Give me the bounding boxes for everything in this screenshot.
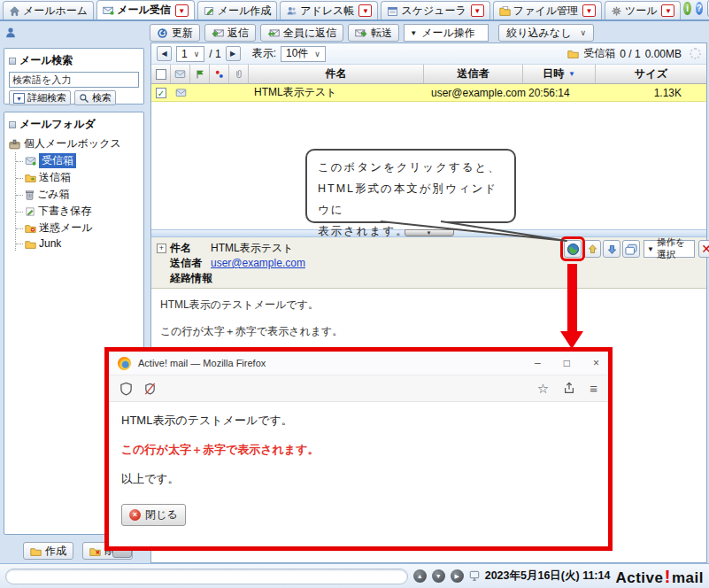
filter-select[interactable]: 絞り込みなし ∨ (498, 24, 594, 42)
tab-dropdown-icon[interactable]: ▼ (471, 4, 484, 17)
close-window-button[interactable]: × 閉じる (121, 504, 186, 526)
mail-operation-select[interactable]: ▼ メール操作 (404, 24, 489, 42)
annotation-callout: このボタンをクリックすると、 HTML形式の本文が別ウィンドウに 表示されます。 (305, 149, 516, 223)
tab-dropdown-icon[interactable]: ▼ (175, 4, 189, 17)
shield-disabled-icon[interactable] (143, 382, 157, 396)
mail-toolbar: 更新 返信 全員に返信 転送 ▼ メール操作 絞り込みなし ∨ (0, 23, 709, 43)
advanced-search-button[interactable]: ▼ 詳細検索 (9, 90, 71, 105)
tab-dropdown-icon[interactable]: ▼ (582, 4, 596, 17)
spam-folder-icon (25, 223, 36, 233)
caret-down-icon: ▼ (410, 29, 417, 37)
firefox-toolbar-right: ☆ ≡ (537, 381, 597, 397)
preview-route-label: 経路情報 (170, 271, 223, 286)
size-column-header[interactable]: サイズ (596, 65, 706, 83)
tab-dropdown-icon[interactable]: ▼ (358, 4, 372, 17)
tab-tools[interactable]: ツール ▼ (605, 1, 682, 19)
attachment-column-header[interactable] (229, 65, 249, 83)
row-checkbox-cell: ✓ (151, 84, 171, 101)
bookmark-star-icon[interactable]: ☆ (537, 381, 549, 397)
shield-icon[interactable] (119, 382, 133, 396)
tab-file-manager[interactable]: ファイル管理 ▼ (493, 1, 602, 19)
flag-column-header[interactable] (190, 65, 210, 83)
priority-column-header[interactable] (210, 65, 229, 83)
callout-line: HTML形式の本文が別ウィンドウに (318, 178, 504, 220)
tab-mail-receive[interactable]: メール受信 ▼ (96, 0, 195, 19)
nav-next-icon[interactable]: ▶ (451, 569, 464, 583)
help-icon[interactable]: ? (696, 2, 703, 15)
search-input[interactable] (9, 72, 139, 88)
mailbox-root[interactable]: 個人メールボックス (9, 135, 139, 152)
mail-list-header: 件名 送信者 日時 ▼ サイズ (151, 65, 706, 84)
folder-tree: 受信箱 送信箱 ごみ箱 下書き保存 迷惑メール Junk (15, 152, 139, 251)
sidebar-folder-trash[interactable]: ごみ箱 (16, 186, 139, 203)
tab-scheduler[interactable]: スケジューラ ▼ (381, 1, 489, 19)
close-icon[interactable]: × (593, 357, 599, 369)
row-priority-cell (210, 84, 229, 101)
refresh-icon (157, 27, 168, 39)
tab-dropdown-icon[interactable]: ▼ (661, 4, 674, 17)
per-page-select[interactable]: 10件 ∨ (281, 46, 326, 62)
expand-headers-icon[interactable]: + (157, 244, 166, 253)
mail-row[interactable]: ✓ HTML表示テスト user@example.com 20:56:14 1.… (151, 84, 706, 102)
folder-status-size: 0.00MB (645, 48, 682, 60)
tab-address-book[interactable]: アドレス帳 ▼ (280, 1, 378, 19)
close-preview-button[interactable]: ✕ (698, 240, 709, 258)
firefox-window-controls: – □ × (535, 357, 599, 369)
reply-all-button[interactable]: 全員に返信 (260, 24, 343, 42)
nav-down-icon[interactable]: ▼ (432, 569, 445, 583)
row-flag-cell (190, 84, 210, 101)
operation-select[interactable]: ▼ 操作を選択 (643, 240, 695, 258)
hamburger-menu-icon[interactable]: ≡ (590, 381, 597, 396)
open-new-window-button[interactable] (622, 240, 640, 258)
reply-all-icon (267, 27, 280, 38)
refresh-button[interactable]: 更新 (150, 24, 200, 42)
tab-mail-home[interactable]: メールホーム (3, 1, 94, 19)
sidebar-folder-junk[interactable]: Junk (16, 236, 139, 251)
firefox-page-body: HTML表示のテストメールです。 この行が太字＋赤字で表示されます。 以上です。… (109, 402, 608, 546)
reply-label: 返信 (227, 26, 249, 41)
mailbox-icon (9, 139, 20, 150)
subject-column-header[interactable]: 件名 (249, 65, 424, 83)
sidebar-folder-sent[interactable]: 送信箱 (16, 169, 139, 186)
select-all-checkbox[interactable] (156, 69, 166, 80)
page-select[interactable]: 1 ∨ (176, 46, 204, 62)
next-mail-button[interactable] (603, 240, 620, 258)
previous-mail-button[interactable] (583, 240, 601, 258)
sidebar-folder-inbox[interactable]: 受信箱 (16, 152, 139, 169)
search-icon (79, 93, 89, 104)
minimize-icon[interactable]: – (535, 357, 541, 369)
folder-file-icon (499, 5, 511, 17)
info-icon[interactable]: i (683, 2, 690, 15)
reply-button[interactable]: 返信 (204, 24, 256, 42)
sender-column-header[interactable]: 送信者 (424, 65, 523, 83)
row-subject[interactable]: HTML表示テスト (249, 84, 424, 101)
row-checkbox[interactable]: ✓ (156, 88, 166, 98)
page-total: / 1 (209, 48, 220, 60)
tab-mail-compose[interactable]: メール作成 (197, 1, 278, 19)
panel-bullet-icon (9, 121, 16, 128)
inbox-folder-icon (25, 156, 36, 166)
caret-down-icon: ▼ (647, 245, 654, 253)
display-label: 表示: (252, 46, 276, 61)
sidebar-folder-drafts[interactable]: 下書き保存 (16, 203, 139, 220)
draft-icon (25, 206, 35, 217)
panel-bullet-icon (9, 58, 16, 65)
nav-up-icon[interactable]: ▲ (413, 569, 427, 583)
date-column-header[interactable]: 日時 ▼ (523, 65, 596, 83)
preview-sender-link[interactable]: user@example.com (211, 256, 305, 271)
maximize-icon[interactable]: □ (564, 357, 570, 369)
next-page-icon[interactable]: ▶ (226, 46, 241, 61)
home-icon (9, 5, 20, 17)
gear-icon (611, 5, 622, 17)
search-button[interactable]: 検索 (74, 90, 116, 105)
forward-button[interactable]: 転送 (348, 24, 399, 42)
chevron-down-icon: ∨ (580, 28, 586, 37)
prev-page-icon[interactable]: ◀ (157, 46, 172, 61)
compose-folder-button[interactable]: 作成 (23, 542, 73, 560)
row-size: 1.13K (596, 84, 706, 101)
folder-icon (567, 49, 579, 58)
sidebar-folder-spam[interactable]: 迷惑メール (16, 220, 139, 236)
compose-icon (204, 5, 215, 17)
status-column-header[interactable] (171, 65, 190, 83)
share-icon[interactable] (563, 382, 575, 395)
